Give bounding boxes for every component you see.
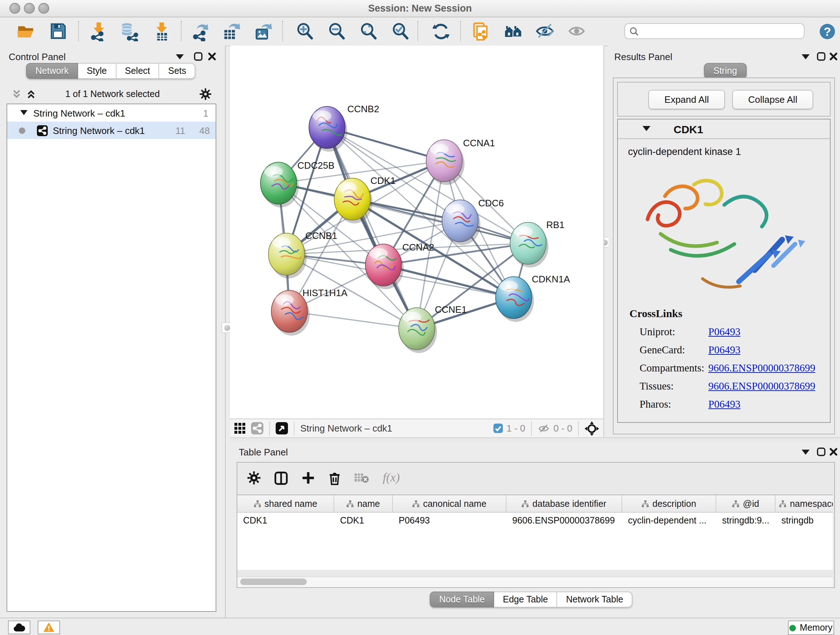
hidden-eye-icon[interactable] xyxy=(538,423,550,433)
table-cell[interactable]: cyclin-dependent ... xyxy=(622,513,716,526)
show-selected-icon[interactable] xyxy=(564,19,589,43)
table-cell[interactable]: stringdb:9... xyxy=(716,513,775,526)
selected-checkbox[interactable] xyxy=(493,424,503,433)
column-tree-icon xyxy=(347,500,354,507)
column-header-name[interactable]: name xyxy=(334,495,393,512)
zoom-out-icon[interactable] xyxy=(324,19,349,43)
network-tree-root-row[interactable]: String Network – cdk1 1 xyxy=(7,104,216,122)
crosshair-icon[interactable] xyxy=(584,421,599,435)
warning-button[interactable] xyxy=(38,621,60,634)
table-cell[interactable]: CDK1 xyxy=(237,513,334,526)
network-options-gear-icon[interactable] xyxy=(200,88,211,100)
results-buttons-box: Expand All Collapse All xyxy=(617,82,831,117)
table-cell[interactable]: stringdb xyxy=(775,513,833,526)
float-panel-icon[interactable] xyxy=(194,52,202,61)
network-node-cdkn1a[interactable]: CDKN1A xyxy=(496,274,570,322)
search-input[interactable] xyxy=(643,25,799,37)
protein-structure-image xyxy=(631,163,816,299)
column-header-namespace[interactable]: namespace xyxy=(775,495,833,512)
tab-network-table[interactable]: Network Table xyxy=(557,592,633,608)
zoom-fit-icon[interactable] xyxy=(356,19,381,43)
network-node-cdk1[interactable]: CDK1 xyxy=(334,175,395,223)
tab-edge-table[interactable]: Edge Table xyxy=(494,592,557,608)
network-view-panel: CCNB2CCNA1CDC25BCDK1CDC6RB1CCNB1CCNA2CDK… xyxy=(230,46,604,437)
network-node-ccne1[interactable]: CCNE1 xyxy=(399,304,467,353)
network-node-cdc25b[interactable]: CDC25B xyxy=(261,160,335,207)
table-settings-icon[interactable] xyxy=(248,471,261,485)
crosslink-link[interactable]: P06493 xyxy=(708,326,741,338)
network-node-cdc6[interactable]: CDC6 xyxy=(442,198,504,245)
float-panel-arrow-icon[interactable] xyxy=(176,54,184,60)
delete-column-icon[interactable] xyxy=(328,471,341,485)
zoom-selected-icon[interactable] xyxy=(388,19,412,43)
import-network-database-icon[interactable] xyxy=(117,19,142,43)
memory-button[interactable]: Memory xyxy=(788,621,834,635)
network-canvas[interactable]: CCNB2CCNA1CDC25BCDK1CDC6RB1CCNB1CCNA2CDK… xyxy=(230,46,603,418)
apply-layout-icon[interactable] xyxy=(428,19,453,43)
table-cell[interactable]: P06493 xyxy=(393,513,507,526)
add-column-icon[interactable] xyxy=(302,471,315,485)
tab-sets[interactable]: Sets xyxy=(159,63,196,79)
node-count: 11 xyxy=(175,125,185,136)
export-network-icon[interactable] xyxy=(188,19,213,43)
crosslink-link[interactable]: 9606.ENSP00000378699 xyxy=(708,362,815,374)
copy-style-icon[interactable] xyxy=(468,19,493,43)
gene-section-header[interactable]: CDK1 xyxy=(618,119,830,139)
hscrollbar-thumb[interactable] xyxy=(240,578,307,585)
help-icon[interactable]: ? xyxy=(815,19,839,43)
column-tree-icon xyxy=(779,500,786,507)
network-tree-row-selected[interactable]: String Network – cdk1 11 48 xyxy=(7,122,216,139)
network-node-rb1[interactable]: RB1 xyxy=(510,219,565,268)
column-header-canonical-name[interactable]: canonical name xyxy=(393,495,507,512)
float-panel-arrow-icon[interactable] xyxy=(802,450,810,455)
tab-string[interactable]: String xyxy=(704,63,746,79)
close-panel-icon[interactable] xyxy=(829,52,838,61)
import-table-icon[interactable] xyxy=(149,19,174,43)
close-panel-icon[interactable] xyxy=(208,52,216,61)
float-panel-icon[interactable] xyxy=(817,52,826,61)
birdseye-icon[interactable] xyxy=(276,422,288,434)
float-panel-arrow-icon[interactable] xyxy=(802,54,810,60)
import-network-file-icon[interactable] xyxy=(86,19,111,43)
network-node-ccna1[interactable]: CCNA1 xyxy=(426,138,495,185)
tab-select[interactable]: Select xyxy=(116,63,159,79)
clear-table-icon[interactable] xyxy=(355,472,369,483)
table-cell[interactable]: CDK1 xyxy=(334,513,393,526)
network-node-ccnb2[interactable]: CCNB2 xyxy=(309,103,379,152)
network-node-ccnb1[interactable]: CCNB1 xyxy=(268,230,337,279)
grid-view-icon[interactable] xyxy=(234,423,245,434)
share-view-icon[interactable] xyxy=(251,422,264,434)
collapse-all-button[interactable]: Collapse All xyxy=(732,90,813,109)
save-session-icon[interactable] xyxy=(46,19,70,43)
table-cell[interactable]: 9606.ENSP00000378699 xyxy=(507,513,622,526)
open-session-icon[interactable] xyxy=(13,19,38,43)
node-label: CCNE1 xyxy=(435,304,467,315)
export-image-icon[interactable] xyxy=(251,19,276,43)
column-header--id[interactable]: @id xyxy=(716,495,775,512)
crosslink-link[interactable]: P06493 xyxy=(708,344,741,356)
column-header-shared-name[interactable]: shared name xyxy=(237,495,334,512)
column-header-database-identifier[interactable]: database identifier xyxy=(507,495,622,512)
show-all-nodes-icon[interactable] xyxy=(501,19,526,43)
cloud-button[interactable] xyxy=(8,621,30,634)
crosslink-link[interactable]: P06493 xyxy=(708,398,741,410)
float-panel-icon[interactable] xyxy=(817,448,826,456)
network-edge[interactable] xyxy=(327,127,417,329)
table-toolbar: f(x) xyxy=(237,463,834,493)
column-header-description[interactable]: description xyxy=(622,495,716,512)
hide-selected-icon[interactable] xyxy=(532,19,557,43)
section-collapse-arrow-icon[interactable] xyxy=(643,126,651,132)
crosslink-link[interactable]: 9606.ENSP00000378699 xyxy=(708,380,815,393)
close-panel-icon[interactable] xyxy=(829,448,838,456)
tab-style[interactable]: Style xyxy=(78,63,117,79)
zoom-in-icon[interactable] xyxy=(292,19,317,43)
tab-node-table[interactable]: Node Table xyxy=(430,592,494,608)
tab-network[interactable]: Network xyxy=(26,63,78,79)
export-table-icon[interactable] xyxy=(219,19,244,43)
table-row[interactable]: CDK1CDK1P064939606.ENSP00000378699cyclin… xyxy=(237,513,833,526)
network-node-hist1h1a[interactable]: HIST1H1A xyxy=(271,287,347,336)
expand-all-button[interactable]: Expand All xyxy=(648,90,725,109)
column-tree-icon xyxy=(732,500,739,507)
tree-expand-arrow-icon[interactable] xyxy=(20,110,27,116)
columns-icon[interactable] xyxy=(274,471,288,485)
